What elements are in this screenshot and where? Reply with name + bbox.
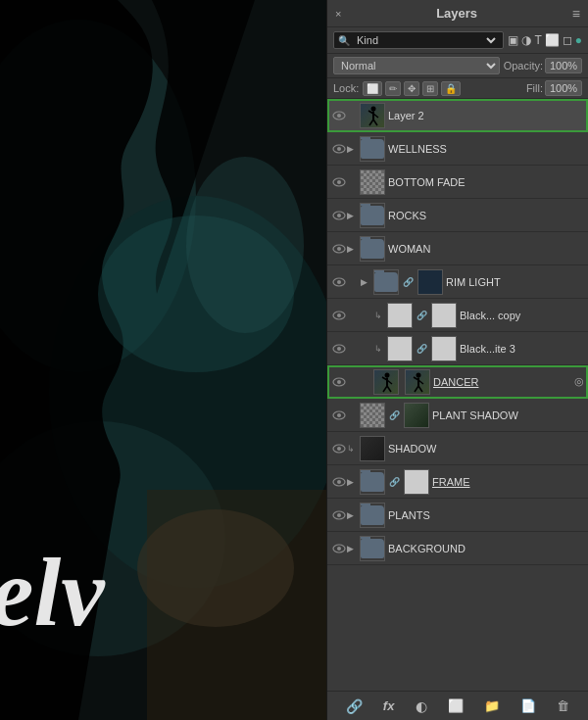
dot-filter-icon[interactable]: ●: [575, 33, 582, 47]
expand-arrow-icon[interactable]: ▶: [347, 211, 357, 220]
layer-item[interactable]: 🔗PLANT SHADOW: [327, 399, 588, 432]
layer-thumbnail: [360, 136, 385, 162]
layer-name: WOMAN: [388, 243, 584, 255]
lock-all-btn[interactable]: 🔒: [441, 81, 461, 96]
panel-menu-button[interactable]: ≡: [572, 6, 580, 22]
layer-item[interactable]: ▶BACKGROUND: [327, 532, 588, 565]
svg-point-53: [337, 547, 341, 551]
visibility-eye-icon[interactable]: [331, 274, 347, 290]
svg-point-25: [337, 280, 341, 284]
layer-name: PLANT SHADOW: [432, 409, 584, 421]
visibility-eye-icon[interactable]: [331, 441, 347, 456]
expand-arrow-icon[interactable]: ▶: [347, 510, 357, 520]
close-button[interactable]: ×: [335, 8, 341, 20]
layer-item[interactable]: DANCER◎: [327, 365, 588, 399]
layer-thumbnail: [404, 403, 429, 428]
expand-arrow-icon[interactable]: ▶: [347, 244, 357, 254]
canvas-area: elv: [0, 0, 326, 720]
visibility-eye-icon[interactable]: [331, 474, 347, 490]
layer-name: ROCKS: [388, 210, 584, 221]
kind-select[interactable]: Kind: [353, 33, 499, 47]
layer-name: Black...ite 3: [460, 343, 584, 355]
layer-item[interactable]: BOTTOM FADE: [327, 166, 588, 199]
layer-item[interactable]: ↳🔗Black... copy: [327, 299, 588, 332]
svg-point-31: [337, 380, 341, 384]
link-icon[interactable]: 🔗: [342, 696, 367, 716]
svg-point-27: [337, 313, 341, 317]
svg-line-42: [415, 386, 418, 392]
delete-layer-icon[interactable]: 🗑: [553, 696, 573, 715]
expand-arrow-icon[interactable]: ▶: [347, 544, 357, 553]
fill-input[interactable]: [545, 80, 582, 96]
svg-point-10: [371, 106, 376, 111]
expand-arrow-icon[interactable]: ▶: [361, 277, 370, 287]
lock-transparent-btn[interactable]: ⬜: [363, 81, 382, 96]
layer-options-icon[interactable]: ◎: [574, 375, 584, 388]
layer-item[interactable]: Layer 2: [327, 99, 588, 132]
search-input-wrap: 🔍 Kind: [333, 31, 504, 49]
visibility-eye-icon[interactable]: [331, 141, 347, 157]
new-layer-icon[interactable]: 📄: [516, 696, 540, 715]
visibility-eye-icon[interactable]: [331, 341, 347, 357]
pixel-filter-icon[interactable]: ▣: [508, 33, 518, 47]
layer-item[interactable]: ▶🔗RIM LIGHT: [327, 265, 588, 299]
lock-artboard-btn[interactable]: ⊞: [422, 81, 438, 96]
type-filter-icon[interactable]: T: [534, 33, 541, 47]
adjustment-filter-icon[interactable]: ◑: [521, 33, 531, 47]
add-mask-icon[interactable]: ⬜: [444, 696, 467, 715]
visibility-eye-icon[interactable]: [331, 241, 347, 257]
layer-item[interactable]: ↳SHADOW: [327, 432, 588, 465]
chain-link-icon: 🔗: [389, 477, 400, 487]
smart-filter-icon[interactable]: ◻: [563, 33, 572, 47]
lock-position-btn[interactable]: ✥: [404, 81, 419, 96]
layer-item[interactable]: ▶WOMAN: [327, 232, 588, 265]
expand-arrow-icon[interactable]: ▶: [347, 144, 357, 154]
layer-thumbnail: [431, 336, 457, 361]
layers-list: Layer 2▶WELLNESSBOTTOM FADE▶ROCKS▶WOMAN▶…: [327, 99, 588, 691]
visibility-eye-icon[interactable]: [331, 208, 347, 223]
search-filter-icons: ▣ ◑ T ⬜ ◻ ●: [508, 33, 582, 47]
layer-name: DANCER: [433, 376, 572, 388]
fx-icon[interactable]: fx: [379, 696, 399, 715]
panel-title: Layers: [436, 6, 477, 21]
new-fill-layer-icon[interactable]: ◐: [412, 696, 431, 716]
expand-arrow-icon[interactable]: ▶: [347, 477, 357, 487]
layers-panel: × Layers ≡ 🔍 Kind ▣ ◑ T ⬜ ◻ ● Normal Mul…: [326, 0, 588, 720]
svg-point-49: [337, 480, 341, 484]
lock-pixels-btn[interactable]: ✏: [385, 81, 401, 96]
indent-arrow-icon: ↳: [374, 344, 384, 354]
blend-mode-select[interactable]: Normal Multiply Screen Overlay: [333, 57, 500, 74]
visibility-eye-icon[interactable]: [331, 408, 347, 423]
layer-name: Black... copy: [460, 310, 584, 321]
shape-filter-icon[interactable]: ⬜: [545, 33, 560, 47]
svg-line-14: [369, 120, 373, 125]
svg-line-36: [383, 386, 387, 392]
layer-name: WELLNESS: [388, 143, 584, 155]
chain-link-icon: 🔗: [389, 410, 400, 420]
layer-item[interactable]: ▶PLANTS: [327, 499, 588, 532]
visibility-eye-icon[interactable]: [331, 507, 347, 523]
visibility-eye-icon[interactable]: [331, 374, 347, 390]
layer-thumbnail: [360, 236, 385, 262]
layer-item[interactable]: ↳🔗Black...ite 3: [327, 332, 588, 365]
layer-item[interactable]: ▶ROCKS: [327, 199, 588, 232]
layer-name: SHADOW: [388, 443, 584, 455]
layer-item[interactable]: ▶🔗FRAME: [327, 465, 588, 499]
layer-thumbnail: [387, 303, 413, 328]
search-bar: 🔍 Kind ▣ ◑ T ⬜ ◻ ●: [327, 27, 588, 54]
lock-icons-group: ⬜ ✏ ✥ ⊞ 🔒: [363, 81, 461, 96]
indent-arrow-icon: ↳: [374, 311, 384, 320]
opacity-input[interactable]: [545, 58, 582, 73]
panel-titlebar: × Layers ≡: [327, 0, 588, 27]
visibility-eye-icon[interactable]: [331, 308, 347, 323]
visibility-eye-icon[interactable]: [331, 108, 347, 123]
new-group-icon[interactable]: 📁: [480, 696, 504, 715]
layer-thumbnail: [373, 269, 399, 295]
visibility-eye-icon[interactable]: [331, 541, 347, 556]
layer-thumbnail: [360, 169, 385, 195]
layer-thumbnail: [360, 103, 385, 128]
visibility-eye-icon[interactable]: [331, 174, 347, 190]
panel-bottom-toolbar: 🔗 fx ◐ ⬜ 📁 📄 🗑: [327, 691, 588, 720]
opacity-wrap: Opacity:: [504, 58, 582, 73]
layer-item[interactable]: ▶WELLNESS: [327, 132, 588, 166]
